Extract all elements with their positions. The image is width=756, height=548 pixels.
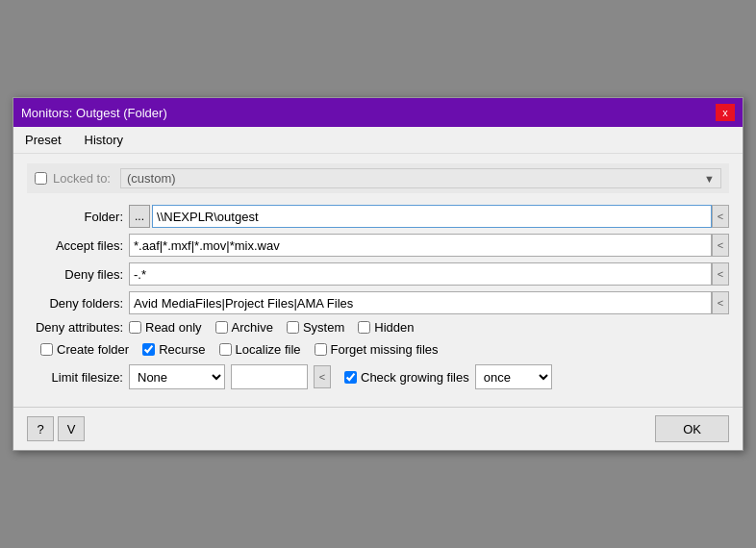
system-checkbox[interactable] bbox=[287, 321, 299, 334]
once-select[interactable]: once always never bbox=[475, 364, 552, 389]
locked-to-checkbox[interactable] bbox=[35, 172, 47, 185]
footer-left-buttons: ? V bbox=[27, 416, 85, 441]
create-folder-label: Create folder bbox=[57, 342, 129, 357]
check-growing-files-label: Check growing files bbox=[361, 370, 469, 385]
deny-folders-row: Deny folders: < bbox=[27, 291, 729, 314]
accept-files-label: Accept files: bbox=[27, 238, 123, 253]
title-bar: Monitors: Outgest (Folder) x bbox=[13, 98, 743, 127]
archive-checkbox[interactable] bbox=[215, 321, 228, 334]
hidden-checkbox-item[interactable]: Hidden bbox=[358, 320, 414, 335]
deny-folders-side-button[interactable]: < bbox=[712, 291, 729, 314]
folder-row: Folder: ... < bbox=[27, 205, 729, 228]
deny-folders-input-group: < bbox=[129, 291, 729, 314]
limit-side-button[interactable]: < bbox=[314, 365, 331, 388]
recurse-item[interactable]: Recurse bbox=[142, 342, 205, 357]
limit-filesize-select[interactable]: None KB MB GB bbox=[129, 364, 225, 389]
create-recurse-row: Create folder Recurse Localize file Forg… bbox=[27, 342, 729, 357]
locked-to-dropdown-arrow: ▼ bbox=[704, 173, 715, 185]
deny-files-row: Deny files: < bbox=[27, 262, 729, 286]
menu-preset[interactable]: Preset bbox=[21, 131, 65, 149]
deny-attributes-row: Deny attributes: Read only Archive Syste… bbox=[27, 320, 729, 335]
system-label: System bbox=[303, 320, 344, 335]
localize-file-item[interactable]: Localize file bbox=[219, 342, 301, 357]
accept-files-side-button[interactable]: < bbox=[712, 234, 729, 257]
folder-label: Folder: bbox=[27, 210, 123, 224]
content-area: Locked to: (custom) ▼ Folder: ... < Acce… bbox=[13, 154, 743, 407]
recurse-label: Recurse bbox=[159, 342, 205, 357]
deny-files-input-group: < bbox=[129, 262, 729, 286]
deny-folders-label: Deny folders: bbox=[27, 296, 123, 311]
menu-history[interactable]: History bbox=[81, 131, 127, 149]
folder-input-group: ... < bbox=[129, 205, 729, 228]
locked-to-value: (custom) bbox=[127, 171, 704, 186]
locked-to-row: Locked to: (custom) ▼ bbox=[27, 163, 729, 193]
close-button[interactable]: x bbox=[716, 104, 735, 121]
forget-missing-label: Forget missing files bbox=[331, 342, 439, 357]
title-bar-text: Monitors: Outgest (Folder) bbox=[21, 106, 167, 120]
hidden-label: Hidden bbox=[374, 320, 414, 335]
readonly-checkbox-item[interactable]: Read only bbox=[129, 320, 202, 335]
limit-filesize-label: Limit filesize: bbox=[27, 370, 123, 385]
folder-input[interactable] bbox=[152, 205, 712, 228]
accept-files-row: Accept files: < bbox=[27, 234, 729, 257]
create-folder-checkbox[interactable] bbox=[40, 343, 53, 356]
readonly-label: Read only bbox=[145, 320, 202, 335]
localize-file-label: Localize file bbox=[236, 342, 301, 357]
ok-button[interactable]: OK bbox=[655, 415, 729, 442]
dialog: Monitors: Outgest (Folder) x Preset Hist… bbox=[13, 97, 743, 451]
limit-filesize-input[interactable] bbox=[231, 364, 308, 389]
deny-files-input[interactable] bbox=[129, 262, 712, 286]
v-button[interactable]: V bbox=[58, 416, 85, 441]
system-checkbox-item[interactable]: System bbox=[287, 320, 344, 335]
check-growing-files-item[interactable]: Check growing files bbox=[344, 370, 469, 385]
create-folder-item[interactable]: Create folder bbox=[40, 342, 129, 357]
forget-missing-item[interactable]: Forget missing files bbox=[315, 342, 439, 357]
deny-folders-input[interactable] bbox=[129, 291, 712, 314]
deny-attributes-label: Deny attributes: bbox=[27, 320, 123, 335]
archive-checkbox-item[interactable]: Archive bbox=[215, 320, 273, 335]
footer: ? V OK bbox=[13, 407, 743, 450]
check-growing-files-checkbox[interactable] bbox=[344, 371, 357, 384]
localize-file-checkbox[interactable] bbox=[219, 343, 232, 356]
readonly-checkbox[interactable] bbox=[129, 321, 141, 334]
help-button[interactable]: ? bbox=[27, 416, 54, 441]
folder-browse-button[interactable]: ... bbox=[129, 205, 150, 228]
deny-files-label: Deny files: bbox=[27, 267, 123, 282]
folder-side-button[interactable]: < bbox=[712, 205, 729, 228]
limit-filesize-row: Limit filesize: None KB MB GB < Check gr… bbox=[27, 364, 729, 389]
menu-bar: Preset History bbox=[13, 127, 743, 154]
locked-to-label: Locked to: bbox=[53, 171, 111, 186]
accept-files-input-group: < bbox=[129, 234, 729, 257]
locked-to-combo[interactable]: (custom) ▼ bbox=[120, 168, 721, 188]
recurse-checkbox[interactable] bbox=[142, 343, 155, 356]
hidden-checkbox[interactable] bbox=[358, 321, 370, 334]
forget-missing-checkbox[interactable] bbox=[315, 343, 327, 356]
archive-label: Archive bbox=[232, 320, 273, 335]
accept-files-input[interactable] bbox=[129, 234, 712, 257]
deny-attributes-checkboxes: Read only Archive System Hidden bbox=[129, 320, 414, 335]
deny-files-side-button[interactable]: < bbox=[712, 262, 729, 286]
